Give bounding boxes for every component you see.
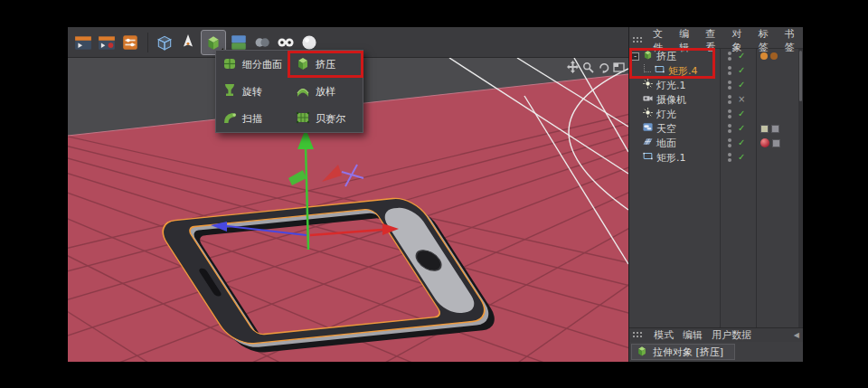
render-view-icon[interactable] xyxy=(72,32,94,53)
am-tab-userdata[interactable]: 用户数据 xyxy=(712,328,751,342)
object-row-camera[interactable]: 摄像机 × xyxy=(629,92,803,107)
object-row-light1[interactable]: 灯光.1 ✓ xyxy=(629,78,803,92)
menu-item-label: 放样 xyxy=(316,85,335,99)
cinema4d-window: 细分曲面 挤压 旋转 放样 扫描 贝赛尔 xyxy=(68,27,803,362)
view-toggle-icon[interactable] xyxy=(612,61,625,73)
generators-menu: 细分曲面 挤压 旋转 放样 扫描 贝赛尔 xyxy=(215,50,363,133)
menu-item-loft[interactable]: 放样 xyxy=(289,78,363,105)
panel-drag-handle-icon[interactable] xyxy=(633,332,643,338)
enabled-check-icon[interactable]: ✓ xyxy=(738,66,745,75)
lathe-icon xyxy=(222,82,238,101)
extrude-icon xyxy=(642,49,654,63)
menu-item-bezier[interactable]: 贝赛尔 xyxy=(289,105,363,132)
object-row-extrude[interactable]: - 挤压 ✓ xyxy=(629,49,803,63)
enabled-check-icon[interactable]: ✓ xyxy=(738,138,745,147)
visibility-dots[interactable] xyxy=(728,52,731,61)
tag-icon[interactable] xyxy=(771,125,779,133)
sweep-icon xyxy=(222,109,238,128)
attribute-manager-menubar: 模式 编辑 用户数据 ◀ xyxy=(629,327,803,342)
zoom-icon[interactable] xyxy=(581,61,594,73)
column-divider xyxy=(756,49,757,327)
render-settings-icon[interactable] xyxy=(96,32,118,53)
rectangle-spline-icon xyxy=(642,150,654,165)
extrude-icon xyxy=(636,345,648,360)
object-manager-panel: 文件 编辑 查看 对象 标签 书签 - 挤压 ✓ xyxy=(628,27,803,362)
enabled-check-icon[interactable]: ✓ xyxy=(738,80,745,90)
scrollbar[interactable] xyxy=(798,49,803,327)
visibility-dots[interactable] xyxy=(728,80,731,90)
am-tab-edit[interactable]: 编辑 xyxy=(683,328,703,342)
compositing-tag-icon[interactable] xyxy=(760,125,769,133)
object-row-sky[interactable]: 天空 ✓ xyxy=(629,121,803,136)
rotate-icon[interactable] xyxy=(597,61,609,73)
tree-branch xyxy=(644,64,651,72)
object-manager-menubar: 文件 编辑 查看 对象 标签 书签 xyxy=(629,33,803,49)
selected-object-field[interactable]: 拉伸对象 [挤压] xyxy=(631,344,735,360)
enabled-check-icon[interactable]: ✓ xyxy=(738,153,745,162)
extrude-icon xyxy=(295,55,311,74)
toolbar-separator xyxy=(143,33,148,52)
object-list: - 挤压 ✓ 矩形.4 ✓ xyxy=(629,49,803,327)
enabled-check-icon[interactable]: ✓ xyxy=(738,124,745,133)
light-icon xyxy=(642,78,654,92)
menu-item-label: 挤压 xyxy=(316,58,335,71)
bezier-icon xyxy=(295,109,311,128)
loft-icon xyxy=(295,82,311,101)
tag-icon[interactable] xyxy=(770,52,778,60)
visibility-dots[interactable] xyxy=(728,153,731,162)
visibility-dots[interactable] xyxy=(728,95,731,104)
red-material-tag-icon[interactable] xyxy=(760,138,769,147)
subdivision-surface-icon xyxy=(222,55,238,74)
menu-item-extrude[interactable]: 挤压 xyxy=(289,51,363,78)
cube-icon[interactable] xyxy=(154,32,175,53)
selected-object-label: 拉伸对象 [挤压] xyxy=(653,345,723,359)
pan-icon[interactable] xyxy=(566,61,579,73)
am-tab-mode[interactable]: 模式 xyxy=(654,328,674,342)
object-row-floor[interactable]: 地面 ✓ xyxy=(629,136,803,150)
light-icon xyxy=(642,107,654,121)
object-row-rectangle1[interactable]: 矩形.1 ✓ xyxy=(629,150,803,165)
object-row-rectangle4[interactable]: 矩形.4 ✓ xyxy=(629,63,803,78)
menu-item-label: 旋转 xyxy=(242,85,262,99)
visibility-dots[interactable] xyxy=(728,138,731,147)
visibility-dots[interactable] xyxy=(728,66,731,75)
panel-drag-handle-icon[interactable] xyxy=(633,37,643,43)
disabled-cross-icon[interactable]: × xyxy=(738,95,745,104)
column-divider xyxy=(720,49,721,327)
camera-icon xyxy=(642,92,654,107)
panel-menu-icon[interactable]: ◀ xyxy=(794,331,799,339)
menu-item-label: 扫描 xyxy=(242,112,262,126)
object-row-light[interactable]: 灯光 ✓ xyxy=(629,107,803,121)
enabled-check-icon[interactable]: ✓ xyxy=(738,52,745,61)
visibility-dots[interactable] xyxy=(728,109,731,118)
viewport-nav xyxy=(566,61,625,73)
rectangle-spline-icon xyxy=(654,63,665,78)
pen-icon[interactable] xyxy=(177,32,199,53)
tag-icon[interactable] xyxy=(772,139,780,147)
menu-item-sweep[interactable]: 扫描 xyxy=(216,105,289,132)
enabled-check-icon[interactable]: ✓ xyxy=(738,109,745,118)
tag-icon[interactable] xyxy=(760,52,768,60)
edit-rendersettings-icon[interactable] xyxy=(119,32,141,53)
visibility-dots[interactable] xyxy=(728,124,731,133)
screenshot-stage: 细分曲面 挤压 旋转 放样 扫描 贝赛尔 xyxy=(0,0,868,388)
menu-item-lathe[interactable]: 旋转 xyxy=(216,78,289,105)
menu-item-subdivision-surface[interactable]: 细分曲面 xyxy=(216,51,289,78)
menu-item-label: 细分曲面 xyxy=(242,58,282,71)
expander-icon[interactable]: - xyxy=(631,52,639,61)
sky-icon xyxy=(642,121,654,136)
menu-item-label: 贝赛尔 xyxy=(316,112,345,126)
floor-icon xyxy=(642,136,654,150)
